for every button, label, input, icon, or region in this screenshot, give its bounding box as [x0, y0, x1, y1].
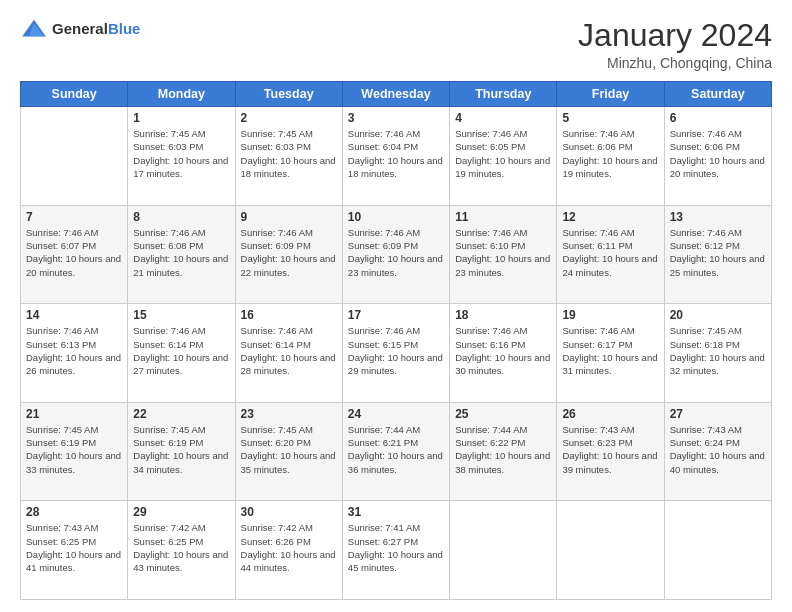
sunset-text: Sunset: 6:09 PM [241, 240, 311, 251]
sunset-text: Sunset: 6:11 PM [562, 240, 632, 251]
table-cell: 26Sunrise: 7:43 AMSunset: 6:23 PMDayligh… [557, 402, 664, 501]
day-info: Sunrise: 7:43 AMSunset: 6:24 PMDaylight:… [670, 423, 766, 476]
sunrise-text: Sunrise: 7:46 AM [562, 128, 634, 139]
daylight-text: Daylight: 10 hours and 21 minutes. [133, 253, 228, 277]
sunset-text: Sunset: 6:19 PM [133, 437, 203, 448]
sunrise-text: Sunrise: 7:46 AM [562, 325, 634, 336]
day-number: 25 [455, 407, 551, 421]
sunrise-text: Sunrise: 7:46 AM [26, 325, 98, 336]
sunset-text: Sunset: 6:05 PM [455, 141, 525, 152]
table-cell: 20Sunrise: 7:45 AMSunset: 6:18 PMDayligh… [664, 304, 771, 403]
daylight-text: Daylight: 10 hours and 45 minutes. [348, 549, 443, 573]
table-cell: 8Sunrise: 7:46 AMSunset: 6:08 PMDaylight… [128, 205, 235, 304]
day-info: Sunrise: 7:46 AMSunset: 6:14 PMDaylight:… [241, 324, 337, 377]
day-number: 22 [133, 407, 229, 421]
sunrise-text: Sunrise: 7:42 AM [241, 522, 313, 533]
sunrise-text: Sunrise: 7:43 AM [26, 522, 98, 533]
week-row-3: 14Sunrise: 7:46 AMSunset: 6:13 PMDayligh… [21, 304, 772, 403]
sunrise-text: Sunrise: 7:46 AM [670, 227, 742, 238]
day-info: Sunrise: 7:46 AMSunset: 6:08 PMDaylight:… [133, 226, 229, 279]
day-number: 15 [133, 308, 229, 322]
daylight-text: Daylight: 10 hours and 28 minutes. [241, 352, 336, 376]
day-info: Sunrise: 7:46 AMSunset: 6:11 PMDaylight:… [562, 226, 658, 279]
sunrise-text: Sunrise: 7:46 AM [455, 325, 527, 336]
sunrise-text: Sunrise: 7:46 AM [670, 128, 742, 139]
day-number: 10 [348, 210, 444, 224]
day-number: 23 [241, 407, 337, 421]
daylight-text: Daylight: 10 hours and 29 minutes. [348, 352, 443, 376]
table-cell: 18Sunrise: 7:46 AMSunset: 6:16 PMDayligh… [450, 304, 557, 403]
table-cell: 11Sunrise: 7:46 AMSunset: 6:10 PMDayligh… [450, 205, 557, 304]
day-info: Sunrise: 7:46 AMSunset: 6:07 PMDaylight:… [26, 226, 122, 279]
header: GeneralBlue January 2024 Minzhu, Chongqi… [20, 18, 772, 71]
daylight-text: Daylight: 10 hours and 41 minutes. [26, 549, 121, 573]
sunrise-text: Sunrise: 7:45 AM [670, 325, 742, 336]
table-cell: 14Sunrise: 7:46 AMSunset: 6:13 PMDayligh… [21, 304, 128, 403]
sunrise-text: Sunrise: 7:46 AM [241, 227, 313, 238]
day-info: Sunrise: 7:46 AMSunset: 6:09 PMDaylight:… [348, 226, 444, 279]
sunset-text: Sunset: 6:26 PM [241, 536, 311, 547]
day-info: Sunrise: 7:43 AMSunset: 6:23 PMDaylight:… [562, 423, 658, 476]
table-cell: 15Sunrise: 7:46 AMSunset: 6:14 PMDayligh… [128, 304, 235, 403]
daylight-text: Daylight: 10 hours and 19 minutes. [455, 155, 550, 179]
sunrise-text: Sunrise: 7:46 AM [348, 128, 420, 139]
table-cell: 7Sunrise: 7:46 AMSunset: 6:07 PMDaylight… [21, 205, 128, 304]
weekday-header-row: Sunday Monday Tuesday Wednesday Thursday… [21, 82, 772, 107]
day-number: 17 [348, 308, 444, 322]
day-info: Sunrise: 7:46 AMSunset: 6:10 PMDaylight:… [455, 226, 551, 279]
daylight-text: Daylight: 10 hours and 31 minutes. [562, 352, 657, 376]
day-number: 8 [133, 210, 229, 224]
table-cell: 12Sunrise: 7:46 AMSunset: 6:11 PMDayligh… [557, 205, 664, 304]
sunset-text: Sunset: 6:17 PM [562, 339, 632, 350]
table-cell: 9Sunrise: 7:46 AMSunset: 6:09 PMDaylight… [235, 205, 342, 304]
sunset-text: Sunset: 6:06 PM [562, 141, 632, 152]
sunset-text: Sunset: 6:06 PM [670, 141, 740, 152]
sunrise-text: Sunrise: 7:45 AM [133, 424, 205, 435]
sunrise-text: Sunrise: 7:41 AM [348, 522, 420, 533]
day-info: Sunrise: 7:46 AMSunset: 6:06 PMDaylight:… [562, 127, 658, 180]
daylight-text: Daylight: 10 hours and 38 minutes. [455, 450, 550, 474]
day-number: 20 [670, 308, 766, 322]
daylight-text: Daylight: 10 hours and 34 minutes. [133, 450, 228, 474]
table-cell: 4Sunrise: 7:46 AMSunset: 6:05 PMDaylight… [450, 107, 557, 206]
sunset-text: Sunset: 6:24 PM [670, 437, 740, 448]
weekday-thursday: Thursday [450, 82, 557, 107]
daylight-text: Daylight: 10 hours and 23 minutes. [455, 253, 550, 277]
day-info: Sunrise: 7:46 AMSunset: 6:12 PMDaylight:… [670, 226, 766, 279]
sunrise-text: Sunrise: 7:46 AM [133, 227, 205, 238]
sunrise-text: Sunrise: 7:43 AM [670, 424, 742, 435]
daylight-text: Daylight: 10 hours and 36 minutes. [348, 450, 443, 474]
sunrise-text: Sunrise: 7:46 AM [455, 227, 527, 238]
location: Minzhu, Chongqing, China [578, 55, 772, 71]
daylight-text: Daylight: 10 hours and 44 minutes. [241, 549, 336, 573]
sunset-text: Sunset: 6:03 PM [133, 141, 203, 152]
table-cell: 29Sunrise: 7:42 AMSunset: 6:25 PMDayligh… [128, 501, 235, 600]
day-info: Sunrise: 7:46 AMSunset: 6:09 PMDaylight:… [241, 226, 337, 279]
day-number: 5 [562, 111, 658, 125]
day-info: Sunrise: 7:41 AMSunset: 6:27 PMDaylight:… [348, 521, 444, 574]
day-number: 9 [241, 210, 337, 224]
sunset-text: Sunset: 6:09 PM [348, 240, 418, 251]
sunset-text: Sunset: 6:14 PM [133, 339, 203, 350]
table-cell: 23Sunrise: 7:45 AMSunset: 6:20 PMDayligh… [235, 402, 342, 501]
sunrise-text: Sunrise: 7:43 AM [562, 424, 634, 435]
daylight-text: Daylight: 10 hours and 43 minutes. [133, 549, 228, 573]
weekday-saturday: Saturday [664, 82, 771, 107]
calendar-table: Sunday Monday Tuesday Wednesday Thursday… [20, 81, 772, 600]
month-title: January 2024 [578, 18, 772, 53]
table-cell: 10Sunrise: 7:46 AMSunset: 6:09 PMDayligh… [342, 205, 449, 304]
week-row-5: 28Sunrise: 7:43 AMSunset: 6:25 PMDayligh… [21, 501, 772, 600]
week-row-1: 1Sunrise: 7:45 AMSunset: 6:03 PMDaylight… [21, 107, 772, 206]
table-cell: 1Sunrise: 7:45 AMSunset: 6:03 PMDaylight… [128, 107, 235, 206]
table-cell [21, 107, 128, 206]
day-info: Sunrise: 7:45 AMSunset: 6:19 PMDaylight:… [26, 423, 122, 476]
sunset-text: Sunset: 6:12 PM [670, 240, 740, 251]
sunset-text: Sunset: 6:07 PM [26, 240, 96, 251]
day-info: Sunrise: 7:42 AMSunset: 6:26 PMDaylight:… [241, 521, 337, 574]
sunrise-text: Sunrise: 7:44 AM [348, 424, 420, 435]
daylight-text: Daylight: 10 hours and 35 minutes. [241, 450, 336, 474]
table-cell: 2Sunrise: 7:45 AMSunset: 6:03 PMDaylight… [235, 107, 342, 206]
daylight-text: Daylight: 10 hours and 32 minutes. [670, 352, 765, 376]
table-cell [664, 501, 771, 600]
day-number: 27 [670, 407, 766, 421]
